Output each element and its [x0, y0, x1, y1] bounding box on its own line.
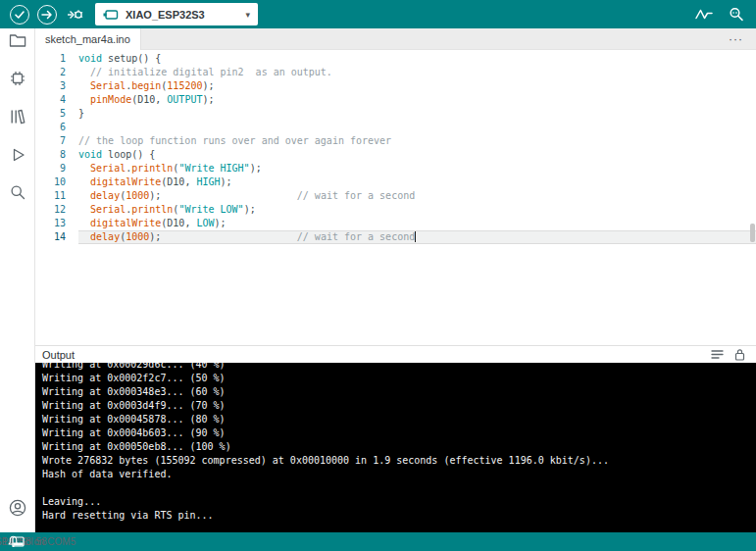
- arduino-ide-window: XIAO_ESP32S3 ▾: [0, 0, 756, 551]
- sidebar-item-sketchbook[interactable]: [7, 29, 28, 51]
- line-number: 11: [35, 189, 78, 203]
- books-icon: [8, 107, 27, 126]
- tab-overflow-menu[interactable]: ···: [729, 32, 743, 46]
- console-line: Writing at 0x000348e3... (60 %): [42, 385, 756, 399]
- code-line[interactable]: Serial.println("Write LOW");: [78, 203, 756, 217]
- line-number: 13: [35, 217, 78, 230]
- editor-scrollbar-thumb[interactable]: [750, 224, 755, 242]
- board-icon: [103, 9, 119, 21]
- debug-button[interactable]: [67, 8, 83, 22]
- editor-gutter: 1234567891011121314: [35, 50, 78, 345]
- code-line[interactable]: digitalWrite(D10, HIGH);: [78, 175, 756, 189]
- code-line[interactable]: Serial.begin(115200);: [78, 79, 756, 93]
- activity-sidebar: [0, 28, 35, 532]
- sidebar-item-library-manager[interactable]: [7, 106, 28, 127]
- account-person-icon: [8, 498, 27, 518]
- output-console[interactable]: Writing at 0x00029d6c... (40 %)Writing a…: [35, 363, 756, 532]
- code-line[interactable]: digitalWrite(D10, LOW);: [78, 217, 756, 230]
- line-number: 12: [35, 203, 78, 217]
- code-line[interactable]: // the loop function runs over and over …: [78, 134, 756, 148]
- console-line: Writing at 0x00029d6c... (40 %): [42, 363, 756, 372]
- output-panel-title: Output: [42, 349, 75, 361]
- debug-bug-icon: [67, 8, 83, 22]
- code-line[interactable]: [78, 121, 756, 134]
- console-lines: Writing at 0x00029d6c... (40 %)Writing a…: [42, 363, 756, 523]
- search-icon: [8, 182, 27, 202]
- code-line[interactable]: void setup() {: [78, 52, 756, 66]
- line-number: 7: [35, 134, 78, 148]
- panel-icon: [12, 536, 25, 547]
- board-selector[interactable]: XIAO_ESP32S3 ▾: [95, 3, 258, 25]
- sidebar-item-boards-manager[interactable]: [7, 68, 28, 89]
- upload-button[interactable]: [37, 5, 57, 25]
- code-line[interactable]: pinMode(D10, OUTPUT);: [78, 93, 756, 107]
- verify-check-icon: [15, 11, 25, 19]
- line-number: 10: [35, 175, 78, 189]
- debug-play-icon: [8, 145, 27, 165]
- toolbar: XIAO_ESP32S3 ▾: [0, 0, 756, 28]
- code-line[interactable]: Serial.println("Write HIGH");: [78, 162, 756, 175]
- serial-plotter-button[interactable]: [695, 8, 713, 21]
- console-line: [42, 481, 756, 495]
- serial-monitor-button[interactable]: [729, 7, 744, 22]
- line-number: 3: [35, 79, 78, 93]
- console-line: Writing at 0x0003d4f9... (70 %): [42, 399, 756, 413]
- console-line: Leaving...: [42, 495, 756, 509]
- board-selector-label: XIAO_ESP32S3: [126, 9, 245, 21]
- line-number: 1: [35, 52, 78, 66]
- sidebar-item-search[interactable]: [7, 181, 28, 203]
- line-number: 14: [35, 230, 78, 244]
- serial-monitor-icon: [729, 7, 744, 22]
- verify-button[interactable]: [10, 5, 29, 25]
- tab-sketch[interactable]: sketch_mar4a.ino: [35, 28, 141, 50]
- console-line: Writing at 0x00045878... (80 %): [42, 413, 756, 426]
- code-line[interactable]: // initialize digital pin2 as an output.: [78, 66, 756, 79]
- line-number: 8: [35, 148, 78, 162]
- output-panel-header: Output: [35, 345, 756, 363]
- console-line: Wrote 276832 bytes (155092 compressed) a…: [42, 454, 756, 468]
- serial-plotter-icon: [695, 8, 713, 21]
- clear-output-icon[interactable]: [711, 349, 724, 360]
- code-line[interactable]: delay(1000); // wait for a second: [78, 230, 756, 244]
- line-number: 6: [35, 121, 78, 134]
- sidebar-item-account[interactable]: [7, 497, 28, 519]
- text-cursor: [415, 231, 416, 242]
- code-line[interactable]: }: [78, 107, 756, 121]
- code-line[interactable]: void loop() {: [78, 148, 756, 162]
- line-number: 2: [35, 66, 78, 79]
- upload-arrow-icon: [41, 10, 53, 20]
- scroll-lock-icon[interactable]: [734, 348, 745, 361]
- status-bar: Ln 14, Col 58 XIAO_ESP32S3 on COM5 2: [0, 532, 756, 551]
- code-line[interactable]: delay(1000); // wait for a second: [78, 189, 756, 203]
- console-line: Hard resetting via RTS pin...: [42, 509, 756, 523]
- chevron-down-icon: ▾: [245, 10, 250, 20]
- line-number: 5: [35, 107, 78, 121]
- folder-icon: [8, 30, 27, 50]
- editor-code-lines: void setup() { // initialize digital pin…: [78, 50, 756, 345]
- console-line: Writing at 0x0002f2c7... (50 %): [42, 372, 756, 385]
- tab-bar: sketch_mar4a.ino ···: [35, 28, 756, 50]
- line-number: 9: [35, 162, 78, 175]
- console-line: Writing at 0x0004b603... (90 %): [42, 426, 756, 440]
- console-line: Writing at 0x00050eb8... (100 %): [42, 440, 756, 454]
- chip-icon: [8, 69, 27, 88]
- line-number: 4: [35, 93, 78, 107]
- toggle-bottom-panel-button[interactable]: [7, 531, 28, 551]
- sidebar-item-debug[interactable]: [7, 144, 28, 166]
- console-line: Hash of data verified.: [42, 468, 756, 481]
- tab-label: sketch_mar4a.ino: [45, 33, 130, 45]
- code-editor[interactable]: 1234567891011121314 void setup() { // in…: [35, 50, 756, 345]
